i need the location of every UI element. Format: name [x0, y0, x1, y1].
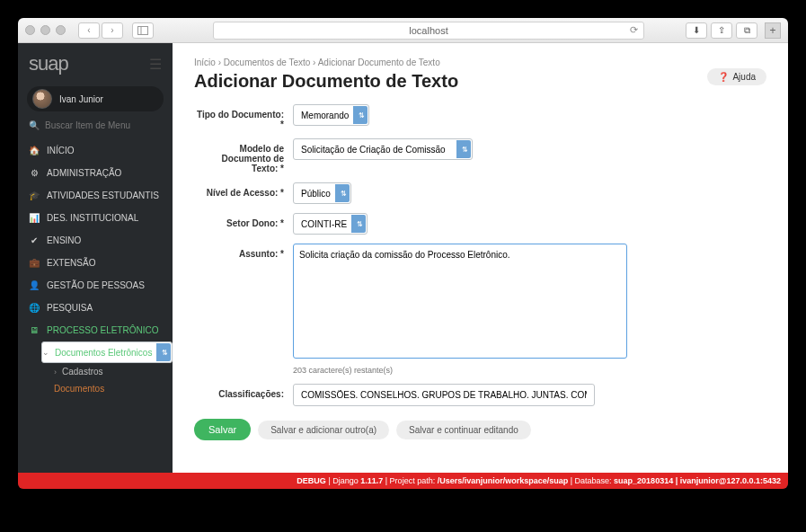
select-modelo[interactable]: Solicitação de Criação de Comissão	[293, 138, 473, 160]
url-text: localhost	[409, 25, 447, 36]
select-value: Público	[301, 189, 331, 199]
label-setor: Setor Dono: *	[194, 213, 293, 228]
menu-icon[interactable]: ☰	[149, 56, 162, 73]
case-icon: 💼	[29, 257, 40, 269]
reload-icon[interactable]: ⟳	[630, 24, 638, 36]
app-body: suap ☰ Ivan Junior 🔍 🏠INÍCIO ⚙ADMINISTRA…	[18, 43, 788, 473]
select-setor[interactable]: COINTI-RE	[293, 213, 368, 235]
sidebar-item-pesquisa[interactable]: 🌐PESQUISA	[18, 297, 173, 319]
sidebar-item-inicio[interactable]: 🏠INÍCIO	[18, 139, 173, 162]
cog-icon: ⚙	[29, 167, 40, 179]
help-label: Ajuda	[732, 72, 756, 82]
download-button[interactable]: ⬇	[686, 22, 707, 39]
back-button[interactable]: ‹	[78, 22, 100, 39]
subnav: ⌄Documentos Eletrônicos ›Cadastros Docum…	[18, 341, 173, 397]
new-tab-button[interactable]: +	[765, 22, 781, 39]
screen-icon: 🖥	[29, 324, 40, 336]
save-add-button[interactable]: Salvar e adicionar outro(a)	[258, 421, 389, 439]
subnav-documentos-eletronicos[interactable]: ⌄Documentos Eletrônicos	[41, 341, 173, 363]
sidebar-item-label: EXTENSÃO	[47, 257, 162, 269]
chevron-right-icon: ›	[54, 368, 57, 377]
row-modelo: Modelo de Documento de Texto: * Solicita…	[194, 138, 766, 173]
debug-bar: DEBUG | Django 1.11.7 | Project path: /U…	[18, 473, 788, 489]
user-name: Ivan Junior	[59, 94, 103, 104]
toolbar-right: ⬇ ⇪ ⧉	[686, 22, 757, 39]
forward-button[interactable]: ›	[102, 22, 123, 39]
select-value: COINTI-RE	[301, 219, 347, 229]
svg-rect-0	[138, 26, 148, 34]
input-classificacoes[interactable]	[293, 384, 595, 406]
search-icon: 🔍	[29, 120, 40, 130]
row-tipo: Tipo do Documento: * Memorando	[194, 104, 766, 129]
label-modelo: Modelo de Documento de Texto: *	[194, 138, 293, 173]
sidebar-item-administracao[interactable]: ⚙ADMINISTRAÇÃO	[18, 162, 173, 184]
save-continue-button[interactable]: Salvar e continuar editando	[396, 421, 531, 439]
titlebar: ‹ › localhost ⟳ ⬇ ⇪ ⧉ +	[18, 18, 788, 43]
label-classificacoes: Classificações:	[194, 384, 293, 399]
help-button[interactable]: ❓ Ajuda	[707, 68, 766, 85]
sidebar-item-label: ATIVIDADES ESTUDANTIS	[47, 190, 162, 201]
search-row: 🔍	[29, 120, 162, 130]
subnav-documentos[interactable]: Documentos	[41, 380, 173, 397]
label-tipo: Tipo do Documento: *	[194, 104, 293, 129]
check-icon: ✔	[29, 235, 40, 246]
home-icon: 🏠	[29, 145, 40, 156]
main-content: Início › Documentos de Texto › Adicionar…	[173, 43, 788, 473]
zoom-icon[interactable]	[56, 25, 66, 35]
row-classificacoes: Classificações:	[194, 384, 766, 406]
form-actions: Salvar Salvar e adicionar outro(a) Salva…	[194, 419, 766, 440]
nav-list: 🏠INÍCIO ⚙ADMINISTRAÇÃO 🎓ATIVIDADES ESTUD…	[18, 139, 173, 341]
sidebar-item-label: INÍCIO	[47, 145, 162, 156]
select-value: Memorando	[301, 111, 349, 120]
sidebar-item-atividades[interactable]: 🎓ATIVIDADES ESTUDANTIS	[18, 184, 173, 207]
chevron-down-icon: ⌄	[42, 348, 49, 357]
select-tipo[interactable]: Memorando	[293, 104, 369, 126]
search-input[interactable]	[45, 120, 153, 130]
sidebar: suap ☰ Ivan Junior 🔍 🏠INÍCIO ⚙ADMINISTRA…	[18, 43, 173, 473]
sidebar-item-des-institucional[interactable]: 📊DES. INSTITUCIONAL	[18, 207, 173, 229]
crumb-item[interactable]: Início	[194, 58, 216, 67]
sidebar-toggle-icon[interactable]	[132, 22, 154, 39]
select-value: Solicitação de Criação de Comissão	[301, 145, 446, 155]
subnav-cadastros[interactable]: ›Cadastros	[41, 363, 173, 380]
row-nivel: Nível de Acesso: * Público	[194, 182, 766, 204]
label-nivel: Nível de Acesso: *	[194, 182, 293, 198]
save-button[interactable]: Salvar	[194, 419, 251, 440]
sidebar-item-gestao-pessoas[interactable]: 👤GESTÃO DE PESSOAS	[18, 274, 173, 297]
assunto-hint: 203 caractere(s) restante(s)	[293, 366, 627, 375]
textarea-assunto[interactable]	[293, 244, 627, 359]
tabs-button[interactable]: ⧉	[736, 22, 757, 39]
sidebar-item-label: GESTÃO DE PESSOAS	[47, 279, 162, 291]
grad-icon: 🎓	[29, 190, 40, 201]
traffic-lights	[25, 25, 66, 35]
close-icon[interactable]	[25, 25, 35, 35]
sidebar-item-label: ADMINISTRAÇÃO	[47, 167, 162, 179]
user-icon: 👤	[29, 279, 40, 291]
subnav-label: Documentos Eletrônicos	[55, 348, 152, 358]
sidebar-item-processo-eletronico[interactable]: 🖥PROCESSO ELETRÔNICO	[18, 319, 173, 341]
brand-row: suap ☰	[18, 43, 173, 81]
select-nivel[interactable]: Público	[293, 182, 351, 204]
help-icon: ❓	[718, 72, 729, 82]
browser-window: ‹ › localhost ⟳ ⬇ ⇪ ⧉ + suap ☰ Ivan Juni…	[18, 18, 788, 489]
url-bar[interactable]: localhost ⟳	[213, 22, 644, 40]
user-chip[interactable]: Ivan Junior	[27, 86, 164, 111]
row-setor: Setor Dono: * COINTI-RE	[194, 213, 766, 235]
sidebar-item-ensino[interactable]: ✔ENSINO	[18, 229, 173, 252]
avatar	[32, 89, 52, 109]
sidebar-item-label: PESQUISA	[47, 302, 162, 314]
chart-icon: 📊	[29, 212, 40, 224]
minimize-icon[interactable]	[40, 25, 50, 35]
globe-icon: 🌐	[29, 302, 40, 314]
sidebar-item-extensao[interactable]: 💼EXTENSÃO	[18, 252, 173, 274]
sidebar-item-label: DES. INSTITUCIONAL	[47, 212, 162, 224]
debug-label: DEBUG	[297, 476, 326, 485]
share-button[interactable]: ⇪	[711, 22, 732, 39]
row-assunto: Assunto: * 203 caractere(s) restante(s)	[194, 244, 766, 375]
subnav-label: Cadastros	[62, 367, 103, 377]
crumb-item: Adicionar Documento de Texto	[318, 58, 440, 67]
sidebar-item-label: PROCESSO ELETRÔNICO	[47, 324, 162, 336]
crumb-item[interactable]: Documentos de Texto	[224, 58, 311, 67]
nav-buttons: ‹ ›	[78, 22, 123, 39]
label-assunto: Assunto: *	[194, 244, 293, 259]
